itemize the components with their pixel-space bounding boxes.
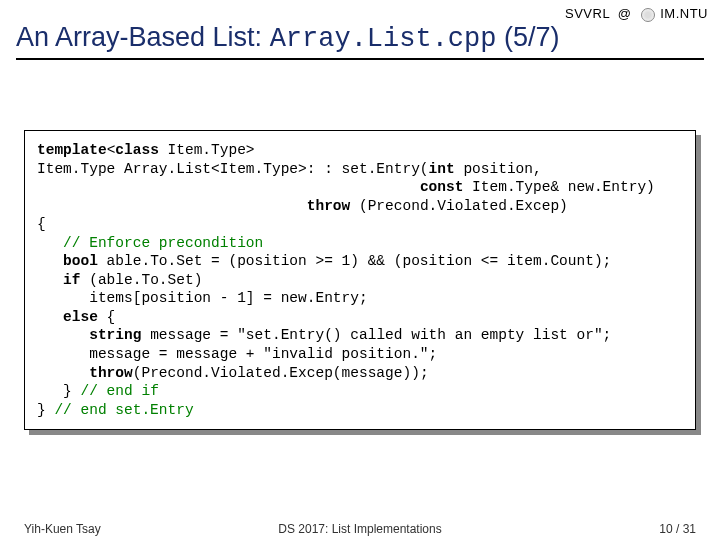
code-block: template<class Item.Type> Item.Type Arra… <box>24 130 696 430</box>
kw-if: if <box>63 272 80 288</box>
header-at: @ <box>618 6 631 21</box>
title-suffix: (5/7) <box>496 22 559 52</box>
kw-throw: throw <box>307 198 351 214</box>
comment-endif: // end if <box>81 383 159 399</box>
comment: // Enforce precondition <box>63 235 263 251</box>
page-title: An Array-Based List: Array.List.cpp (5/7… <box>16 22 704 60</box>
code-content: template<class Item.Type> Item.Type Arra… <box>24 130 696 430</box>
footer-page: 10 / 31 <box>659 522 696 536</box>
comment-endfn: // end set.Entry <box>54 402 193 418</box>
kw-bool: bool <box>63 253 98 269</box>
kw-int: int <box>429 161 455 177</box>
kw-throw2: throw <box>89 365 133 381</box>
kw-const: const <box>420 179 464 195</box>
footer-course: DS 2017: List Implementations <box>0 522 720 536</box>
kw-else: else <box>63 309 98 325</box>
title-filename: Array.List.cpp <box>270 24 497 54</box>
header-line: SVVRL @ IM.NTU <box>565 6 708 22</box>
logo-icon <box>641 8 655 22</box>
kw-string: string <box>89 327 141 343</box>
kw-template: template <box>37 142 107 158</box>
header-left: SVVRL <box>565 6 610 21</box>
kw-class: class <box>115 142 159 158</box>
header-right: IM.NTU <box>660 6 708 21</box>
title-prefix: An Array-Based List: <box>16 22 270 52</box>
